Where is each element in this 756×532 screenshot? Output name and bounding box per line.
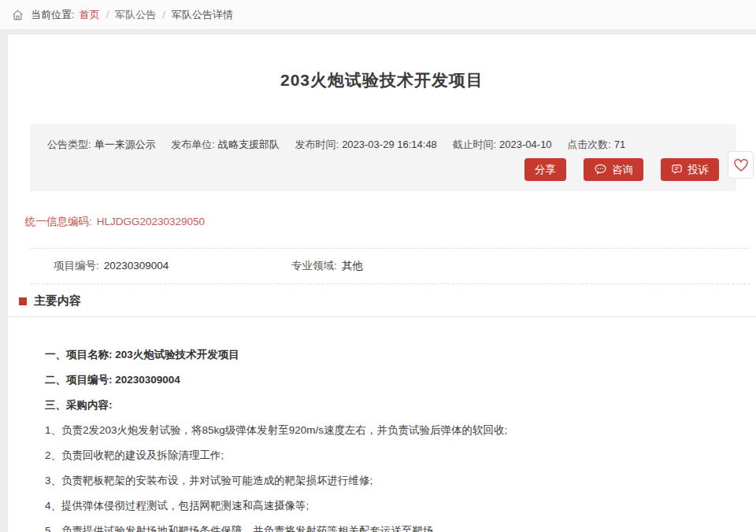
section-header-main-content: 主要内容 — [8, 284, 756, 317]
breadcrumb-separator: / — [162, 9, 165, 20]
content-item-5: 5、负责提供试验发射场地和靶场条件保障，并负责将发射药等相关配套运送至靶场。 — [45, 525, 724, 532]
meta-field-deadline: 截止时间:2023-04-10 — [452, 139, 554, 150]
content-item-2: 2、负责回收靶的建设及拆除清理工作; — [45, 449, 724, 461]
heart-icon — [733, 158, 749, 172]
breadcrumb-current-page: 军队公告详情 — [172, 8, 233, 22]
meta-field-announce-type: 公告类型:单一来源公示 — [47, 139, 158, 150]
meta-field-click-count: 点击次数:71 — [567, 139, 625, 150]
share-button[interactable]: 分享 — [524, 158, 566, 181]
home-icon[interactable] — [11, 9, 24, 21]
announcement-detail-card: 203火炮试验技术开发项目 公告类型:单一来源公示 发布单位:战略支援部队 发布… — [8, 35, 756, 532]
project-summary-box: 项目编号:20230309004 专业领域:其他 — [30, 248, 750, 284]
unified-code-value: HLJDGG20230329050 — [97, 216, 205, 227]
project-number-field: 项目编号:20230309004 — [54, 259, 291, 273]
main-content-body: 一、项目名称: 203火炮试验技术开发项目 二、项目编号: 2023030900… — [8, 317, 756, 532]
breadcrumb: 当前位置: 首页 / 军队公告 / 军队公告详情 — [0, 0, 756, 30]
favorite-button[interactable] — [728, 151, 754, 179]
chat-bubble-icon — [594, 164, 607, 175]
content-heading-procurement: 三、采购内容: — [45, 399, 724, 411]
meta-field-publish-time: 发布时间:2023-03-29 16:14:48 — [295, 139, 440, 150]
report-bubble-icon — [671, 164, 683, 175]
meta-field-publisher: 发布单位:战略支援部队 — [171, 139, 282, 150]
unified-code-line: 统一信息编码:HLJDGG20230329050 — [25, 215, 756, 229]
breadcrumb-location-label: 当前位置: — [31, 8, 75, 22]
content-item-3: 3、负责靶板靶架的安装布设，并对试验可能造成的靶架损坏进行维修; — [45, 475, 724, 486]
actions-row: 分享 咨询 — [47, 158, 719, 181]
consult-button-label: 咨询 — [612, 163, 633, 177]
content-item-4: 4、提供弹体侵彻过程测试，包括网靶测速和高速摄像等; — [45, 500, 724, 512]
unified-code-label: 统一信息编码: — [25, 216, 92, 227]
consult-button[interactable]: 咨询 — [584, 158, 643, 181]
meta-info-box: 公告类型:单一来源公示 发布单位:战略支援部队 发布时间:2023-03-29 … — [30, 124, 736, 191]
professional-field: 专业领域:其他 — [291, 259, 529, 273]
content-heading-project-name: 一、项目名称: 203火炮试验技术开发项目 — [45, 349, 724, 360]
breadcrumb-home-link[interactable]: 首页 — [80, 8, 100, 22]
content-heading-project-number: 二、项目编号: 20230309004 — [45, 374, 724, 386]
meta-line: 公告类型:单一来源公示 发布单位:战略支援部队 发布时间:2023-03-29 … — [47, 138, 719, 152]
complaint-button-label: 投诉 — [687, 163, 709, 177]
complaint-button[interactable]: 投诉 — [661, 158, 719, 181]
section-title: 主要内容 — [34, 294, 81, 308]
red-square-bullet-icon — [19, 297, 27, 305]
breadcrumb-announcements-link[interactable]: 军队公告 — [115, 8, 156, 22]
content-item-1: 1、负责2发203火炮发射试验，将85kg级弹体发射至920m/s速度左右，并负… — [45, 424, 724, 436]
share-button-label: 分享 — [535, 163, 556, 177]
breadcrumb-separator: / — [106, 9, 109, 20]
page-title: 203火炮试验技术开发项目 — [8, 35, 756, 91]
